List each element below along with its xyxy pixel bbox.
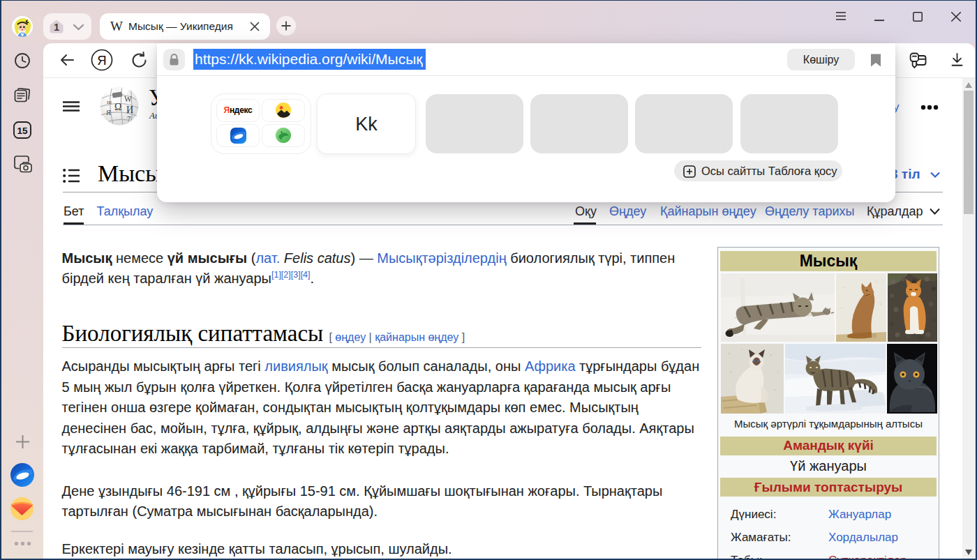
svg-text:Я: Я (97, 53, 106, 68)
svg-text:15: 15 (17, 126, 28, 136)
svg-text:Ω: Ω (114, 102, 121, 112)
svg-text:7: 7 (127, 114, 131, 123)
svg-text:W: W (124, 95, 132, 103)
svg-text:ш: ш (107, 98, 112, 105)
svg-text:Я: Я (106, 109, 111, 116)
svg-text:И: И (126, 105, 133, 115)
svg-text:1: 1 (54, 22, 59, 33)
